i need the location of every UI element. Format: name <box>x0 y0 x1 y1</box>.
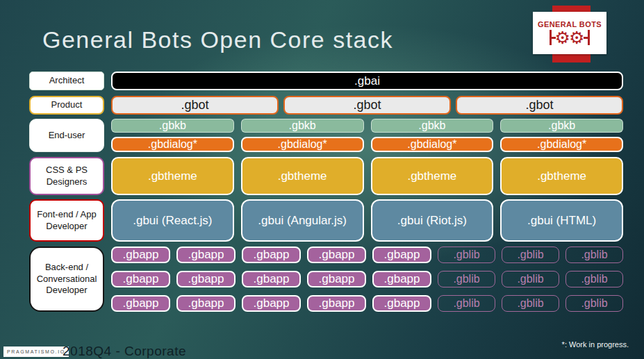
gbkb-box: .gbkb <box>371 119 494 133</box>
gbapp-box: .gbapp <box>176 295 236 312</box>
gbdialog-box: .gbdialog* <box>241 137 364 152</box>
row-label-end-user: End-user <box>29 119 104 152</box>
gbapp-box: .gbapp <box>372 271 431 287</box>
gbtheme-box: .gbtheme <box>371 157 494 195</box>
gbtheme-box: .gbtheme <box>241 157 364 195</box>
general-bots-logo: GENERAL BOTS ⚙ ⚙ <box>533 12 606 54</box>
gbot-box: .gbot <box>111 96 279 115</box>
gblib-box: .gblib <box>502 271 559 287</box>
gbkb-box: .gbkb <box>111 119 234 133</box>
row-label-frontend: Font-end / App Developer <box>29 199 104 242</box>
gbapp-box: .gbapp <box>242 295 301 312</box>
gbapp-box: .gbapp <box>372 247 431 263</box>
footer-text: 2018Q4 - Corporate <box>63 344 186 359</box>
gear-icon: ⚙ <box>555 29 570 47</box>
gbapp-box: .gbapp <box>111 295 170 312</box>
gbapp-box: .gbapp <box>372 295 431 312</box>
pragmatismo-badge: PRAGMATISMO.IO <box>3 347 69 357</box>
gblib-box: .gblib <box>502 295 559 312</box>
gbdialog-box: .gbdialog* <box>371 137 494 152</box>
gbapp-box: .gbapp <box>242 271 301 287</box>
gbui-riot-box: .gbui (Riot.js) <box>371 199 494 242</box>
row-label-designers: CSS & PS Designers <box>29 157 104 195</box>
gbapp-box: .gbapp <box>111 247 170 263</box>
gbui-angular-box: .gbui (Angular.js) <box>241 199 364 242</box>
gblib-box: .gblib <box>565 295 623 312</box>
gbapp-box: .gbapp <box>307 295 366 312</box>
logo-wordmark: GENERAL BOTS <box>538 20 602 28</box>
gblib-box: .gblib <box>438 247 495 263</box>
gblib-box: .gblib <box>502 247 559 263</box>
gbot-box: .gbot <box>456 96 623 115</box>
gbdialog-box: .gbdialog* <box>111 137 234 152</box>
row-label-product: Product <box>29 96 104 115</box>
stack-diagram: Architect .gbai Product .gbot .gbot .gbo… <box>29 72 623 312</box>
gbapp-box: .gbapp <box>307 271 366 287</box>
work-in-progress-note: *: Work in progress. <box>562 340 629 349</box>
gblib-box: .gblib <box>438 295 495 312</box>
row-label-backend: Back-end / Conversational Developer <box>29 247 104 312</box>
slide: General Bots Open Core stack GENERAL BOT… <box>0 0 644 359</box>
gblib-box: .gblib <box>438 271 495 287</box>
gbui-html-box: .gbui (HTML) <box>500 199 623 242</box>
gear-icon: ⚙ <box>569 29 584 47</box>
gbapp-box: .gbapp <box>111 271 170 287</box>
row-label-architect: Architect <box>29 72 104 90</box>
gblib-box: .gblib <box>565 271 623 287</box>
gbapp-box: .gbapp <box>307 247 366 263</box>
gears-icon: ⚙ ⚙ <box>550 29 591 47</box>
gbapp-box: .gbapp <box>176 247 236 263</box>
gbkb-box: .gbkb <box>241 119 364 133</box>
gbui-react-box: .gbui (React.js) <box>111 199 234 242</box>
gbdialog-box: .gbdialog* <box>500 137 623 152</box>
gbtheme-box: .gbtheme <box>500 157 623 195</box>
gbot-box: .gbot <box>283 96 451 115</box>
gear-bar-right <box>588 30 590 45</box>
page-title: General Bots Open Core stack <box>42 26 393 53</box>
gblib-box: .gblib <box>565 247 623 263</box>
gbkb-box: .gbkb <box>500 119 623 133</box>
gbai-box: .gbai <box>111 72 623 90</box>
gbapp-box: .gbapp <box>176 271 236 287</box>
gbapp-box: .gbapp <box>242 247 301 263</box>
gbtheme-box: .gbtheme <box>111 157 234 195</box>
